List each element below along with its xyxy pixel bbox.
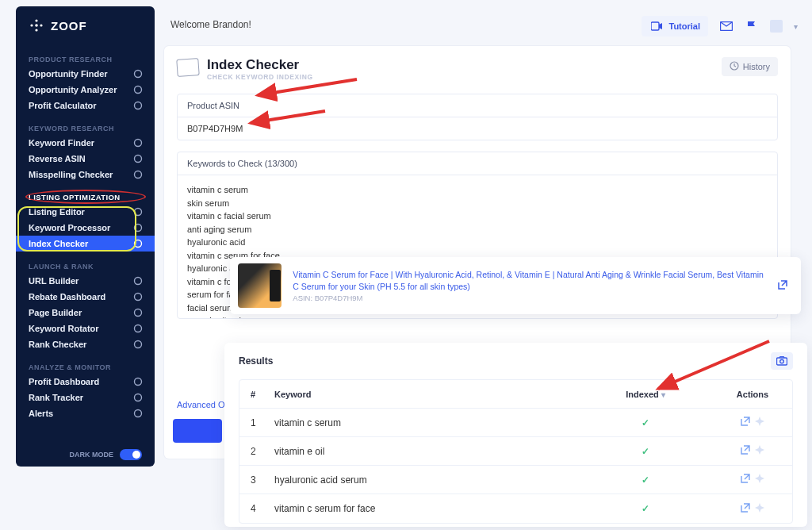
sidebar-item-alerts[interactable]: Alerts	[16, 405, 155, 421]
branch-icon	[132, 222, 144, 233]
section-title: ANALYZE & MONITOR	[16, 360, 155, 374]
chart-icon	[132, 84, 144, 95]
calculator-icon	[132, 100, 144, 111]
sidebar-item-opportunity-analyzer[interactable]: Opportunity Analyzer	[16, 82, 155, 98]
page-title: Index Checker	[207, 57, 313, 73]
history-label: History	[743, 62, 770, 71]
svg-point-3	[35, 29, 37, 31]
logo-mark-icon	[29, 17, 44, 33]
tutorial-label: Tutorial	[668, 21, 700, 31]
avatar[interactable]	[770, 20, 783, 33]
open-link-icon[interactable]	[741, 445, 750, 457]
submit-button[interactable]	[173, 419, 222, 443]
sparkle-icon[interactable]	[755, 417, 764, 428]
welcome-text: Welcome Brandon!	[170, 19, 251, 30]
results-panel: Results #KeywordIndexed ▾Actions1vitamin…	[224, 343, 807, 527]
sparkle-icon[interactable]	[755, 503, 764, 515]
megaphone-icon	[132, 238, 144, 249]
table-row: 2vitamin e oil✓	[239, 437, 792, 466]
open-link-icon[interactable]	[741, 474, 750, 486]
cell-actions	[713, 503, 792, 515]
sidebar-item-label: Keyword Finder	[29, 138, 94, 148]
flag-icon[interactable]	[745, 20, 759, 33]
sidebar-item-keyword-rotator[interactable]: Keyword Rotator	[16, 321, 155, 336]
sidebar-item-rebate-dashboard[interactable]: Rebate Dashboard	[16, 289, 155, 305]
cell-indexed: ✓	[578, 474, 713, 486]
table-row: 3hyaluronic acid serum✓	[239, 466, 792, 494]
sidebar-item-label: Reverse ASIN	[29, 154, 86, 163]
svg-point-19	[135, 378, 142, 386]
svg-point-26	[780, 359, 784, 363]
mail-icon[interactable]	[719, 20, 733, 33]
edit-icon	[132, 206, 144, 217]
sidebar-item-label: Index Checker	[29, 239, 88, 248]
link-icon	[132, 275, 144, 286]
title-row: Index Checker CHECK KEYWORD INDEXING His…	[177, 57, 778, 81]
sparkle-icon[interactable]	[755, 474, 764, 486]
cell-index: 4	[239, 503, 274, 514]
card-icon	[176, 58, 199, 77]
sidebar-item-opportunity-finder[interactable]: Opportunity Finder	[16, 66, 155, 82]
sidebar-item-keyword-finder[interactable]: Keyword Finder	[16, 135, 155, 151]
asin-input[interactable]: B07P4D7H9M	[178, 117, 777, 140]
sidebar-item-label: Opportunity Finder	[29, 69, 108, 79]
sidebar-item-index-checker[interactable]: Index Checker	[16, 236, 155, 252]
check-icon: ✓	[642, 446, 649, 457]
money-icon	[132, 376, 144, 387]
sidebar-item-label: Listing Editor	[29, 207, 85, 217]
section-title: LISTING OPTIMIZATION	[16, 190, 155, 204]
th-index: #	[239, 390, 274, 399]
sidebar-item-url-builder[interactable]: URL Builder	[16, 273, 155, 289]
th-indexed[interactable]: Indexed ▾	[578, 390, 713, 399]
screenshot-button[interactable]	[771, 352, 793, 370]
sidebar-item-listing-editor[interactable]: Listing Editor	[16, 204, 155, 220]
svg-point-6	[135, 86, 142, 94]
check-icon: ✓	[642, 503, 649, 514]
cell-keyword: vitamin e oil	[274, 446, 578, 457]
svg-point-12	[135, 225, 142, 232]
sidebar-item-page-builder[interactable]: Page Builder	[16, 305, 155, 321]
cell-actions	[713, 417, 792, 428]
section-title: PRODUCT RESEARCH	[16, 52, 155, 66]
clock-icon	[730, 61, 739, 72]
svg-point-20	[135, 394, 142, 401]
dark-mode-toggle[interactable]	[120, 449, 142, 460]
sidebar-item-label: Profit Calculator	[29, 101, 97, 110]
sidebar-item-keyword-processor[interactable]: Keyword Processor	[16, 220, 155, 236]
cell-index: 2	[239, 446, 274, 457]
open-link-icon[interactable]	[741, 417, 750, 428]
sidebar-item-profit-calculator[interactable]: Profit Calculator	[16, 98, 155, 113]
sidebar-item-rank-checker[interactable]: Rank Checker	[16, 336, 155, 352]
open-link-icon[interactable]	[741, 503, 750, 515]
globe-icon	[132, 291, 144, 302]
sidebar-item-label: Alerts	[29, 409, 53, 418]
svg-point-1	[30, 24, 33, 26]
cell-indexed: ✓	[578, 503, 713, 514]
svg-point-10	[135, 171, 142, 179]
svg-point-11	[135, 209, 142, 216]
external-link-icon[interactable]	[777, 279, 788, 292]
history-button[interactable]: History	[722, 57, 778, 76]
sidebar-item-profit-dashboard[interactable]: Profit Dashboard	[16, 374, 155, 390]
th-actions: Actions	[713, 390, 792, 399]
results-table: #KeywordIndexed ▾Actions1vitamin c serum…	[239, 379, 793, 524]
svg-point-8	[135, 140, 142, 147]
chevron-down-icon[interactable]: ▾	[794, 22, 798, 31]
sidebar-item-label: Misspelling Checker	[29, 170, 113, 179]
table-row: 4vitamin c serum for face✓	[239, 494, 792, 523]
svg-point-7	[135, 102, 142, 109]
sidebar-item-label: Rebate Dashboard	[29, 292, 105, 301]
cell-keyword: vitamin c serum	[274, 417, 578, 428]
sidebar-item-label: Rank Tracker	[29, 393, 83, 402]
chevron-down-icon: ▾	[661, 390, 665, 399]
sparkle-icon[interactable]	[755, 445, 764, 457]
product-title[interactable]: Vitamin C Serum for Face | With Hyaluron…	[293, 269, 766, 292]
rotate-icon	[132, 323, 144, 334]
svg-point-14	[135, 278, 142, 285]
sidebar-item-rank-tracker[interactable]: Rank Tracker	[16, 390, 155, 405]
sidebar-item-reverse-asin[interactable]: Reverse ASIN	[16, 151, 155, 167]
dark-mode-label: DARK MODE	[70, 451, 114, 459]
sidebar-item-misspelling-checker[interactable]: Misspelling Checker	[16, 167, 155, 182]
tutorial-button[interactable]: Tutorial	[642, 16, 708, 36]
asin-field: Product ASIN B07P4D7H9M	[177, 94, 778, 140]
